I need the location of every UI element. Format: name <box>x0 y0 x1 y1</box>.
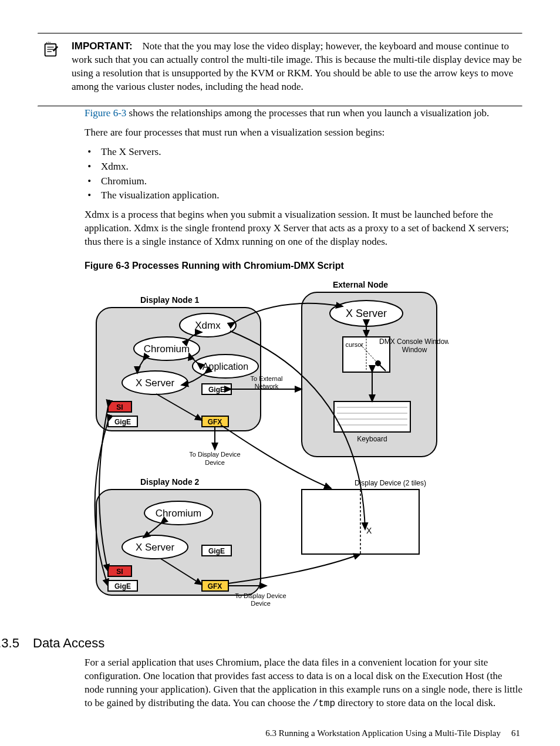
svg-text:X Server: X Server <box>136 542 174 553</box>
svg-rect-19 <box>334 401 410 432</box>
svg-text:X: X <box>366 526 372 535</box>
important-label: IMPORTANT: <box>72 40 133 52</box>
figure-link[interactable]: Figure 6-3 <box>85 107 126 119</box>
footer-section-title: 6.3 Running a Workstation Application Us… <box>265 727 501 739</box>
figure-caption: Figure 6-3 Processes Running with Chromi… <box>85 259 522 272</box>
svg-text:GFX: GFX <box>208 582 222 590</box>
process-list: The X Servers. Xdmx. Chromium. The visua… <box>85 146 522 203</box>
figure-6-3: External Node X Server cursor DMX Consol… <box>85 278 522 623</box>
paragraph-data-access: For a serial application that uses Chrom… <box>85 656 522 710</box>
svg-text:Xdmx: Xdmx <box>195 320 221 331</box>
svg-text:Chromium: Chromium <box>156 508 201 519</box>
svg-text:GigE: GigE <box>208 386 225 394</box>
code-tmp: /tmp <box>313 698 335 709</box>
important-text: IMPORTANT: Note that the you may lose th… <box>72 40 522 94</box>
svg-text:GigE: GigE <box>114 582 131 590</box>
svg-text:GFX: GFX <box>208 418 222 426</box>
paragraph-xdmx: Xdmx is a process that begins when you s… <box>85 208 522 249</box>
section-heading: 6.3.5Data Access <box>0 634 522 652</box>
svg-text:Device: Device <box>251 600 271 607</box>
note-icon <box>42 41 59 63</box>
svg-text:cursor: cursor <box>345 341 363 348</box>
svg-text:GigE: GigE <box>208 547 225 555</box>
list-item: The visualization application. <box>99 189 522 202</box>
page-footer: 6.3 Running a Workstation Application Us… <box>38 727 522 739</box>
svg-text:GigE: GigE <box>114 418 131 426</box>
svg-text:Keyboard: Keyboard <box>357 435 387 443</box>
svg-text:Device: Device <box>205 459 225 466</box>
svg-text:Display Node 1: Display Node 1 <box>140 295 200 305</box>
svg-text:SI: SI <box>116 568 123 576</box>
svg-text:To Display Device: To Display Device <box>235 592 286 599</box>
svg-text:Network: Network <box>255 383 279 390</box>
svg-text:To External: To External <box>250 375 282 382</box>
svg-text:Chromium: Chromium <box>144 343 190 355</box>
svg-text:SI: SI <box>116 403 123 411</box>
list-item: Xdmx. <box>99 160 522 174</box>
list-item: Chromium. <box>99 175 522 188</box>
paragraph-figure-ref: Figure 6-3 shows the relationships among… <box>85 107 522 120</box>
svg-text:Window: Window <box>402 346 427 354</box>
page-number: 61 <box>511 727 520 739</box>
svg-text:Application: Application <box>203 362 248 372</box>
list-item: The X Servers. <box>99 146 522 159</box>
svg-point-6 <box>49 42 50 43</box>
important-note: IMPORTANT: Note that the you may lose th… <box>38 34 522 106</box>
paragraph-four-processes: There are four processes that must run w… <box>85 126 522 140</box>
svg-text:DMX Console Window: DMX Console Window <box>379 337 448 346</box>
svg-point-4 <box>46 42 48 43</box>
svg-text:X Server: X Server <box>136 377 174 389</box>
svg-text:Display Node 2: Display Node 2 <box>140 477 200 487</box>
svg-text:Display Device (2 tiles): Display Device (2 tiles) <box>355 479 426 487</box>
svg-text:X Server: X Server <box>346 308 387 319</box>
svg-point-5 <box>48 42 49 43</box>
svg-text:To Display Device: To Display Device <box>189 451 240 458</box>
svg-text:External Node: External Node <box>333 280 388 289</box>
